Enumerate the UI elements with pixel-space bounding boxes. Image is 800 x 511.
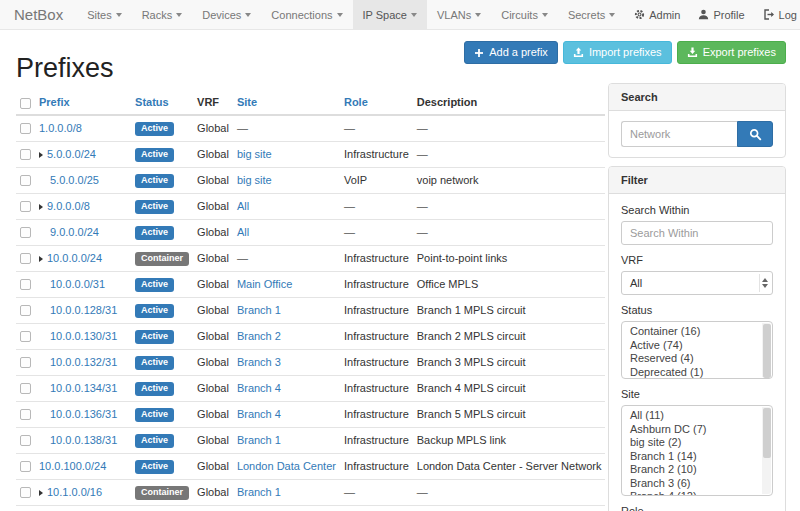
site-link[interactable]: big site: [237, 174, 272, 186]
scrollbar[interactable]: [762, 407, 771, 494]
nav-item-devices[interactable]: Devices: [192, 0, 261, 29]
export-prefixes-button[interactable]: Export prefixes: [677, 41, 786, 64]
row-checkbox[interactable]: [20, 305, 31, 316]
site-link[interactable]: Branch 1: [237, 434, 281, 446]
column-header-site[interactable]: Site: [233, 93, 340, 115]
column-header-prefix[interactable]: Prefix: [35, 93, 131, 115]
prefix-link[interactable]: 1.0.0.0/8: [39, 122, 82, 134]
prefix-link[interactable]: 10.0.0.0/31: [50, 278, 105, 290]
list-option[interactable]: Branch 3 (6): [622, 477, 760, 491]
nav-item-secrets[interactable]: Secrets: [558, 0, 625, 29]
row-checkbox[interactable]: [20, 331, 31, 342]
site-link[interactable]: Branch 2: [237, 330, 281, 342]
prefix-link[interactable]: 10.1.0.0/16: [47, 486, 102, 498]
description-cell: voip network: [413, 167, 606, 193]
table-row: 10.0.0.0/31ActiveGlobalMain OfficeInfras…: [16, 271, 605, 297]
filter-list-status[interactable]: Container (16)Active (74)Reserved (4)Dep…: [621, 321, 773, 379]
site-link[interactable]: Main Office: [237, 278, 292, 290]
table-row: 10.1.0.0/16ContainerGlobalBranch 1——: [16, 479, 605, 505]
list-option[interactable]: Container (16): [622, 325, 760, 339]
site-link[interactable]: Branch 1: [237, 486, 281, 498]
prefix-link[interactable]: 9.0.0.0/24: [50, 226, 99, 238]
list-option[interactable]: big site (2): [622, 436, 760, 450]
description-cell: Branch 1 P2P: [413, 505, 606, 511]
nav-item-circuits[interactable]: Circuits: [491, 0, 558, 29]
nav-item-profile[interactable]: Profile: [689, 0, 753, 29]
site-link[interactable]: All: [237, 200, 249, 212]
search-icon: [749, 128, 762, 141]
list-option[interactable]: Branch 4 (12): [622, 490, 760, 496]
list-option[interactable]: Branch 1 (14): [622, 450, 760, 464]
prefix-link[interactable]: 5.0.0.0/25: [50, 174, 99, 186]
list-option[interactable]: Ashburn DC (7): [622, 423, 760, 437]
filter-select-vrf[interactable]: All: [621, 271, 773, 295]
nav-item-log-out[interactable]: Log out: [754, 0, 800, 29]
role-cell: Infrastructure: [340, 375, 413, 401]
nav-item-racks[interactable]: Racks: [132, 0, 193, 29]
row-checkbox[interactable]: [20, 253, 31, 264]
description-cell: —: [413, 193, 606, 219]
prefix-link[interactable]: 10.0.0.130/31: [50, 330, 117, 342]
select-all-checkbox[interactable]: [20, 98, 31, 109]
prefix-link[interactable]: 10.0.0.136/31: [50, 408, 117, 420]
prefix-link[interactable]: 9.0.0.0/8: [47, 200, 90, 212]
row-checkbox[interactable]: [20, 279, 31, 290]
row-checkbox[interactable]: [20, 383, 31, 394]
prefix-link[interactable]: 10.0.0.132/31: [50, 356, 117, 368]
caret-down-icon: [475, 13, 481, 17]
row-checkbox[interactable]: [20, 227, 31, 238]
prefix-link[interactable]: 10.0.0.128/31: [50, 304, 117, 316]
table-row: 5.0.0.0/24ActiveGlobalbig siteInfrastruc…: [16, 141, 605, 167]
site-link[interactable]: Branch 1: [237, 304, 281, 316]
row-checkbox[interactable]: [20, 149, 31, 160]
site-link[interactable]: All: [237, 226, 249, 238]
nav-item-vlans[interactable]: VLANs: [427, 0, 491, 29]
list-option[interactable]: All (11): [622, 409, 760, 423]
column-header-role[interactable]: Role: [340, 93, 413, 115]
row-checkbox[interactable]: [20, 357, 31, 368]
list-option[interactable]: Branch 2 (10): [622, 463, 760, 477]
prefix-table-head: PrefixStatusVRFSiteRoleDescription: [16, 93, 605, 115]
description-cell: London Data Center - Server Network: [413, 453, 606, 479]
prefix-link[interactable]: 10.0.0.134/31: [50, 382, 117, 394]
role-cell: —: [340, 193, 413, 219]
row-checkbox[interactable]: [20, 461, 31, 472]
nav-item-ip-space[interactable]: IP Space: [353, 0, 427, 29]
import-prefixes-button[interactable]: Import prefixes: [563, 41, 672, 64]
nav-item-connections[interactable]: Connections: [261, 0, 352, 29]
scrollbar[interactable]: [762, 323, 771, 377]
row-checkbox[interactable]: [20, 175, 31, 186]
site-link[interactable]: London Data Center: [237, 460, 336, 472]
prefix-link[interactable]: 10.0.100.0/24: [39, 460, 106, 472]
row-checkbox[interactable]: [20, 487, 31, 498]
search-button[interactable]: [737, 121, 773, 147]
row-checkbox[interactable]: [20, 409, 31, 420]
row-checkbox[interactable]: [20, 435, 31, 446]
table-row: 10.0.0.134/31ActiveGlobalBranch 4Infrast…: [16, 375, 605, 401]
column-header-status[interactable]: Status: [131, 93, 193, 115]
column-header-vrf: VRF: [193, 93, 233, 115]
prefix-link[interactable]: 10.0.0.138/31: [50, 434, 117, 446]
row-checkbox[interactable]: [20, 201, 31, 212]
list-option[interactable]: Active (74): [622, 339, 760, 353]
nav-item-sites[interactable]: Sites: [77, 0, 131, 29]
nav-item-admin[interactable]: Admin: [625, 0, 689, 29]
filter-list-site[interactable]: All (11)Ashburn DC (7)big site (2)Branch…: [621, 405, 773, 496]
list-option[interactable]: Reserved (4): [622, 352, 760, 366]
app-brand[interactable]: NetBox: [14, 0, 63, 29]
prefix-link[interactable]: 10.0.0.0/24: [47, 252, 102, 264]
list-option[interactable]: Deprecated (1): [622, 366, 760, 380]
vrf-cell: Global: [193, 297, 233, 323]
search-input[interactable]: [621, 121, 737, 147]
row-checkbox[interactable]: [20, 123, 31, 134]
add-a-prefix-button[interactable]: Add a prefix: [464, 41, 558, 64]
filter-input-search-within[interactable]: [621, 221, 773, 245]
site-link[interactable]: big site: [237, 148, 272, 160]
description-cell: Backup MPLS link: [413, 427, 606, 453]
site-link[interactable]: Branch 3: [237, 356, 281, 368]
site-link[interactable]: Branch 4: [237, 382, 281, 394]
description-cell: —: [413, 115, 606, 142]
site-link[interactable]: Branch 4: [237, 408, 281, 420]
prefix-link[interactable]: 5.0.0.0/24: [47, 148, 96, 160]
prefix-table: PrefixStatusVRFSiteRoleDescription 1.0.0…: [16, 93, 605, 511]
